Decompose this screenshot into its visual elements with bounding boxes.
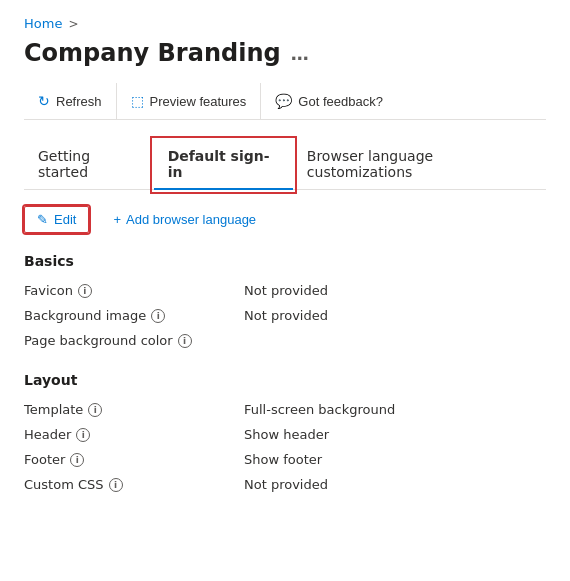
template-info-icon[interactable]: i: [88, 403, 102, 417]
page-title-text: Company Branding: [24, 39, 281, 67]
footer-info-icon[interactable]: i: [70, 453, 84, 467]
custom-css-value: Not provided: [244, 477, 546, 492]
breadcrumb-home[interactable]: Home: [24, 16, 62, 31]
favicon-value: Not provided: [244, 283, 546, 298]
add-icon: +: [113, 212, 121, 227]
header-value: Show header: [244, 427, 546, 442]
tab-getting-started[interactable]: Getting started: [24, 140, 154, 190]
layout-section: Layout Template i Full-screen background…: [24, 372, 546, 492]
page-background-color-value: [244, 333, 546, 348]
preview-features-button[interactable]: ⬚ Preview features: [117, 83, 262, 119]
template-label: Template i: [24, 402, 224, 417]
breadcrumb: Home >: [24, 16, 546, 31]
more-options-icon[interactable]: …: [291, 43, 309, 64]
feedback-label: Got feedback?: [298, 94, 383, 109]
refresh-button[interactable]: ↻ Refresh: [24, 83, 117, 119]
edit-label: Edit: [54, 212, 76, 227]
refresh-label: Refresh: [56, 94, 102, 109]
tab-default-sign-in[interactable]: Default sign-in: [154, 140, 293, 190]
background-image-info-icon[interactable]: i: [151, 309, 165, 323]
page-title: Company Branding …: [24, 39, 546, 67]
favicon-label: Favicon i: [24, 283, 224, 298]
tab-browser-language[interactable]: Browser language customizations: [293, 140, 546, 190]
feedback-icon: 💬: [275, 93, 292, 109]
page-background-color-label: Page background color i: [24, 333, 224, 348]
page-background-color-info-icon[interactable]: i: [178, 334, 192, 348]
header-info-icon[interactable]: i: [76, 428, 90, 442]
basics-section: Basics Favicon i Not provided Background…: [24, 253, 546, 348]
layout-title: Layout: [24, 372, 546, 388]
basics-properties: Favicon i Not provided Background image …: [24, 283, 546, 348]
refresh-icon: ↻: [38, 93, 50, 109]
background-image-label: Background image i: [24, 308, 224, 323]
template-value: Full-screen background: [244, 402, 546, 417]
add-lang-label: Add browser language: [126, 212, 256, 227]
edit-button[interactable]: ✎ Edit: [24, 206, 89, 233]
preview-icon: ⬚: [131, 93, 144, 109]
favicon-info-icon[interactable]: i: [78, 284, 92, 298]
basics-title: Basics: [24, 253, 546, 269]
preview-label: Preview features: [150, 94, 247, 109]
toolbar: ↻ Refresh ⬚ Preview features 💬 Got feedb…: [24, 83, 546, 120]
background-image-value: Not provided: [244, 308, 546, 323]
breadcrumb-separator: >: [68, 17, 78, 31]
custom-css-info-icon[interactable]: i: [109, 478, 123, 492]
header-label: Header i: [24, 427, 224, 442]
feedback-button[interactable]: 💬 Got feedback?: [261, 83, 397, 119]
custom-css-label: Custom CSS i: [24, 477, 224, 492]
edit-icon: ✎: [37, 212, 48, 227]
footer-value: Show footer: [244, 452, 546, 467]
add-browser-language-button[interactable]: + Add browser language: [105, 207, 264, 232]
layout-properties: Template i Full-screen background Header…: [24, 402, 546, 492]
footer-label: Footer i: [24, 452, 224, 467]
tab-bar: Getting started Default sign-in Browser …: [24, 140, 546, 190]
action-bar: ✎ Edit + Add browser language: [24, 206, 546, 233]
